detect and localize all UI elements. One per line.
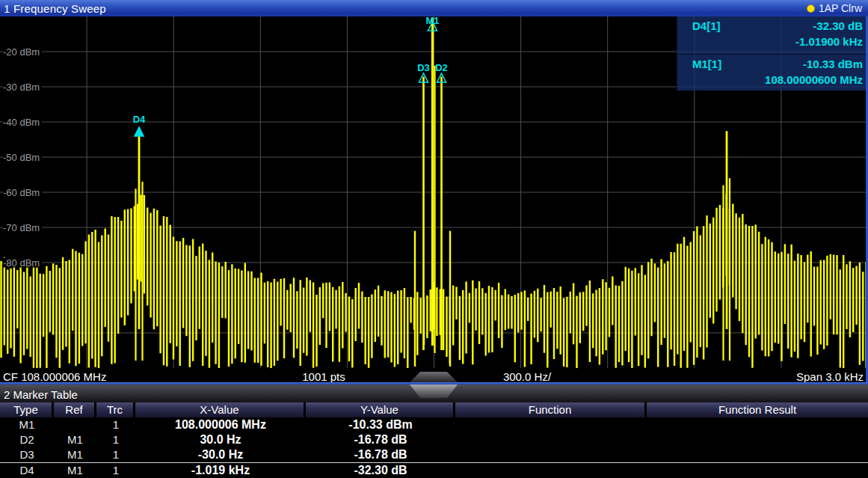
marker-m1-label: M1 — [425, 16, 439, 25]
marker-info-d4-name: D4[1] — [692, 19, 721, 34]
marker-info-d4-freq: -1.01900 kHz — [677, 34, 868, 49]
cell-function-result — [647, 447, 868, 462]
marker-d4-label: D4 — [133, 114, 146, 124]
span-readout: Span 3.0 kHz — [796, 370, 864, 383]
table-row: D3 M1 1 -30.0 Hz -16.78 dB — [0, 447, 868, 462]
sweep-points-readout: 1001 pts — [302, 370, 345, 383]
marker-table-body: M1 1 108.000006 MHz -10.33 dBm D2 M1 1 3… — [0, 417, 868, 478]
marker-info-m1-level: -10.33 dBm — [803, 57, 863, 72]
cell-ref: M1 — [54, 447, 96, 462]
window2-title: 2 Marker Table — [0, 388, 78, 402]
y-axis-tick-label: -30 dBm — [3, 82, 42, 92]
col-function-result: Function Result — [647, 402, 868, 417]
cell-y-value: -16.78 dB — [306, 432, 455, 447]
cell-function — [455, 447, 647, 462]
marker-d3-label: D3 — [417, 63, 430, 73]
marker-info-m1: M1[1] -10.33 dBm 108.00000600 MHz — [677, 55, 868, 92]
marker-table-header: Type Ref Trc X-Value Y-Value Function Fu… — [0, 402, 868, 417]
trace-indicator-label: 1AP Clrw — [819, 2, 862, 14]
y-axis-tick-label: -80 dBm — [3, 258, 42, 268]
table-row: D2 M1 1 30.0 Hz -16.78 dB — [0, 432, 868, 447]
trace-dot-icon — [807, 4, 815, 13]
cell-function-result — [647, 417, 868, 432]
window-splitter-line[interactable] — [0, 382, 868, 384]
cell-type: D3 — [0, 447, 54, 462]
table-row: D4 M1 1 -1.019 kHz -32.30 dB — [0, 462, 868, 478]
col-y-value: Y-Value — [306, 402, 455, 417]
y-axis-tick-label: -40 dBm — [3, 117, 42, 127]
cell-y-value: -10.33 dBm — [306, 417, 455, 432]
window1-titlebar[interactable]: 1 Frequency Sweep 1AP Clrw — [0, 0, 868, 16]
marker-info-m1-freq: 108.00000600 MHz — [677, 72, 868, 88]
cell-ref: M1 — [54, 432, 96, 447]
col-type: Type — [0, 402, 54, 417]
y-axis-tick-label: -20 dBm — [3, 47, 42, 57]
y-axis-tick-label: -50 dBm — [3, 153, 42, 162]
cell-trc: 1 — [96, 417, 135, 432]
col-x-value: X-Value — [135, 402, 306, 417]
window1-title: 1 Frequency Sweep — [0, 2, 106, 15]
cell-ref: M1 — [54, 463, 96, 478]
cell-type: D2 — [0, 432, 54, 447]
cell-function — [455, 417, 647, 432]
center-frequency-readout: CF 108.000006 MHz — [3, 370, 106, 383]
marker-info-panel: D4[1] -32.30 dB -1.01900 kHz M1[1] -10.3… — [677, 16, 868, 91]
marker-d2-label: D2 — [435, 63, 448, 73]
trace-indicator: 1AP Clrw — [807, 2, 868, 14]
cell-function — [455, 463, 647, 478]
cell-trc: 1 — [96, 432, 135, 447]
cell-y-value: -32.30 dB — [306, 463, 455, 478]
cell-function-result — [647, 432, 868, 447]
hz-per-div-readout: 300.0 Hz/ — [503, 370, 551, 383]
y-axis-tick-label: -60 dBm — [3, 188, 42, 197]
cell-function — [455, 432, 647, 447]
cell-trc: 1 — [96, 463, 135, 478]
col-function: Function — [455, 402, 647, 417]
marker-info-m1-name: M1[1] — [692, 57, 721, 72]
spectrum-analyzer-screen: -20 dBm-30 dBm-40 dBm-50 dBm-60 dBm-70 d… — [0, 0, 868, 478]
cell-function-result — [647, 463, 868, 478]
cell-x-value: 108.000006 MHz — [135, 417, 306, 432]
cell-trc: 1 — [96, 447, 135, 462]
cell-type: M1 — [0, 417, 54, 432]
col-ref: Ref — [54, 402, 96, 417]
cell-x-value: -1.019 kHz — [135, 463, 306, 478]
marker-d4-triangle[interactable] — [135, 127, 144, 136]
table-row: M1 1 108.000006 MHz -10.33 dBm — [0, 417, 868, 432]
marker-info-d4-level: -32.30 dB — [813, 19, 863, 34]
marker-info-d4: D4[1] -32.30 dB -1.01900 kHz — [677, 16, 868, 55]
cell-y-value: -16.78 dB — [306, 447, 455, 462]
cell-x-value: 30.0 Hz — [135, 432, 306, 447]
y-axis-tick-label: -70 dBm — [3, 223, 42, 233]
cell-ref — [54, 417, 96, 432]
col-trc: Trc — [96, 402, 135, 417]
cell-type: D4 — [0, 463, 54, 478]
cell-x-value: -30.0 Hz — [135, 447, 306, 462]
